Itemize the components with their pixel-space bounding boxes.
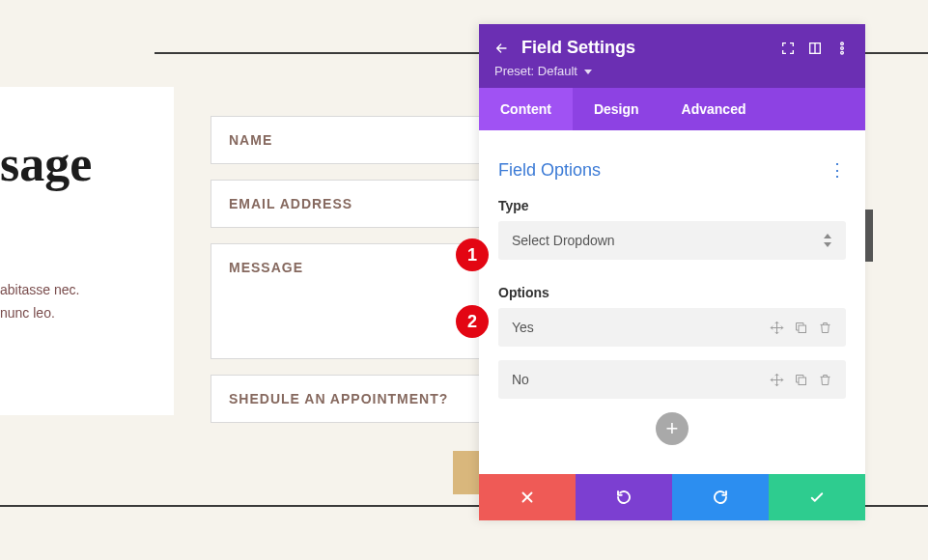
para-line-2: nunc leo. xyxy=(0,305,55,321)
svg-marker-5 xyxy=(824,234,831,238)
tab-content[interactable]: Content xyxy=(479,88,573,130)
panel-body: Field Options ⋮ Type Select Dropdown Opt… xyxy=(479,130,865,474)
expand-icon[interactable] xyxy=(780,41,796,56)
preset-label: Preset: Default xyxy=(494,64,577,78)
svg-marker-6 xyxy=(824,242,831,247)
tab-design[interactable]: Design xyxy=(573,88,661,130)
tab-advanced[interactable]: Advanced xyxy=(661,88,768,130)
svg-point-3 xyxy=(841,46,844,49)
columns-icon[interactable] xyxy=(807,41,823,56)
page-title: sage xyxy=(0,135,174,192)
move-icon[interactable] xyxy=(770,373,784,387)
caret-down-icon xyxy=(584,70,592,74)
delete-icon[interactable] xyxy=(818,321,832,335)
option-row[interactable]: No xyxy=(498,360,846,399)
option-label: Yes xyxy=(512,320,770,335)
panel-title: Field Settings xyxy=(521,38,769,58)
option-row[interactable]: Yes xyxy=(498,308,846,347)
delete-icon[interactable] xyxy=(818,373,832,387)
save-button[interactable] xyxy=(769,474,865,520)
section-title: Field Options xyxy=(498,160,601,181)
panel-tabs: Content Design Advanced xyxy=(479,88,865,130)
undo-button[interactable] xyxy=(576,474,672,520)
add-option-button[interactable]: + xyxy=(656,412,689,445)
type-select[interactable]: Select Dropdown xyxy=(498,221,846,260)
option-label: No xyxy=(512,372,770,387)
options-label: Options xyxy=(498,285,846,300)
back-icon[interactable] xyxy=(494,41,510,56)
svg-point-4 xyxy=(841,51,844,54)
left-card: sage abitasse nec. nunc leo. xyxy=(0,87,174,415)
type-value: Select Dropdown xyxy=(512,233,615,248)
callout-1: 1 xyxy=(456,238,489,271)
settings-panel: Field Settings Preset: Default Content D… xyxy=(479,24,865,520)
duplicate-icon[interactable] xyxy=(794,321,808,335)
panel-footer xyxy=(479,474,865,520)
more-icon[interactable] xyxy=(834,41,850,56)
svg-rect-7 xyxy=(799,325,806,333)
section-more-icon[interactable]: ⋮ xyxy=(829,159,846,181)
cancel-button[interactable] xyxy=(479,474,576,520)
type-label: Type xyxy=(498,198,846,213)
callout-2: 2 xyxy=(456,305,489,338)
page-paragraph: abitasse nec. nunc leo. xyxy=(0,279,174,325)
svg-rect-8 xyxy=(799,378,806,385)
duplicate-icon[interactable] xyxy=(794,373,808,387)
scrollbar-thumb[interactable] xyxy=(865,210,873,262)
svg-point-2 xyxy=(841,42,844,45)
panel-header: Field Settings Preset: Default xyxy=(479,24,865,88)
preset-dropdown[interactable]: Preset: Default xyxy=(494,64,850,78)
redo-button[interactable] xyxy=(672,474,769,520)
para-line-1: abitasse nec. xyxy=(0,282,80,297)
select-arrows-icon xyxy=(823,234,832,247)
move-icon[interactable] xyxy=(770,321,784,335)
